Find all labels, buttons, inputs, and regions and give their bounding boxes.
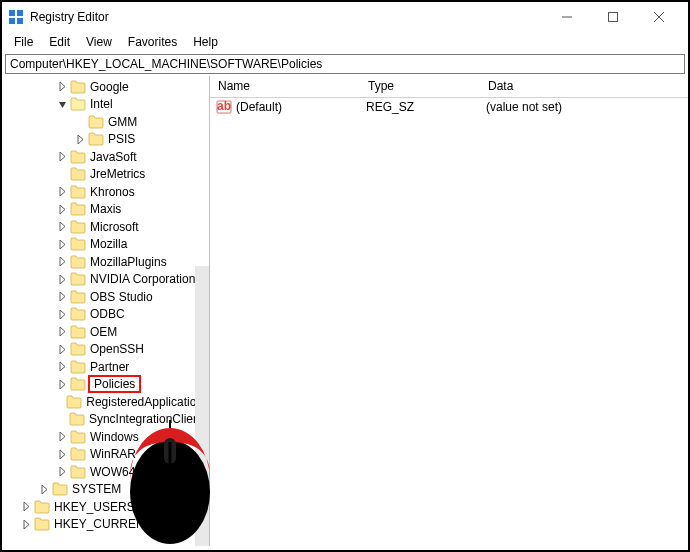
folder-icon <box>34 500 50 514</box>
tree-item[interactable]: HKEY_CURRENT_CONFIG <box>2 516 209 534</box>
value-name: (Default) <box>236 100 282 114</box>
folder-icon <box>70 430 86 444</box>
menu-edit[interactable]: Edit <box>41 33 78 51</box>
menu-help[interactable]: Help <box>185 33 226 51</box>
tree-item[interactable]: Microsoft <box>2 218 209 236</box>
tree-item[interactable]: HKEY_USERS <box>2 498 209 516</box>
tree-item[interactable]: Google <box>2 78 209 96</box>
tree-item[interactable]: OBS Studio <box>2 288 209 306</box>
chevron-right-icon[interactable] <box>56 186 68 198</box>
tree-item[interactable]: Policies <box>2 376 209 394</box>
tree-item[interactable]: MozillaPlugins <box>2 253 209 271</box>
tree-item[interactable]: GMM <box>2 113 209 131</box>
tree-item[interactable]: OEM <box>2 323 209 341</box>
list-header: Name Type Data <box>210 76 688 98</box>
tree-item[interactable]: PSIS <box>2 131 209 149</box>
folder-icon <box>70 342 86 356</box>
menu-view[interactable]: View <box>78 33 120 51</box>
svg-rect-3 <box>17 18 23 24</box>
chevron-right-icon[interactable] <box>56 343 68 355</box>
chevron-right-icon[interactable] <box>74 133 86 145</box>
tree-item[interactable]: OpenSSH <box>2 341 209 359</box>
folder-icon <box>52 482 68 496</box>
chevron-right-icon[interactable] <box>56 326 68 338</box>
expander-spacer <box>56 168 68 180</box>
close-button[interactable] <box>636 2 682 32</box>
chevron-right-icon[interactable] <box>56 448 68 460</box>
col-header-type[interactable]: Type <box>360 76 480 97</box>
tree-item[interactable]: Intel <box>2 96 209 114</box>
col-header-data[interactable]: Data <box>480 76 688 97</box>
tree-item-label: HKEY_USERS <box>54 500 135 514</box>
chevron-right-icon[interactable] <box>56 361 68 373</box>
chevron-right-icon[interactable] <box>56 308 68 320</box>
address-bar[interactable]: Computer\HKEY_LOCAL_MACHINE\SOFTWARE\Pol… <box>5 54 685 74</box>
tree-item[interactable]: SYSTEM <box>2 481 209 499</box>
chevron-right-icon[interactable] <box>20 518 32 530</box>
string-value-icon: ab <box>216 99 232 115</box>
tree-item[interactable]: NVIDIA Corporation <box>2 271 209 289</box>
tree-item-label: Microsoft <box>90 220 139 234</box>
chevron-right-icon[interactable] <box>56 466 68 478</box>
tree-item-label: WinRAR <box>90 447 136 461</box>
main-panes: GoogleIntelGMMPSISJavaSoftJreMetricsKhro… <box>2 76 688 546</box>
value-data: (value not set) <box>486 100 688 114</box>
menu-file[interactable]: File <box>6 33 41 51</box>
tree-item-label: Partner <box>90 360 129 374</box>
tree-item-label: Mozilla <box>90 237 127 251</box>
menubar: File Edit View Favorites Help <box>2 32 688 52</box>
folder-icon <box>70 465 86 479</box>
menu-favorites[interactable]: Favorites <box>120 33 185 51</box>
folder-icon <box>70 97 86 111</box>
tree-item[interactable]: JavaSoft <box>2 148 209 166</box>
folder-icon <box>70 237 86 251</box>
minimize-button[interactable] <box>544 2 590 32</box>
chevron-right-icon[interactable] <box>56 291 68 303</box>
list-pane[interactable]: Name Type Data ab(Default)REG_SZ(value n… <box>210 76 688 546</box>
svg-text:ab: ab <box>217 99 231 113</box>
tree-item[interactable]: RegisteredApplications <box>2 393 209 411</box>
chevron-right-icon[interactable] <box>56 431 68 443</box>
tree-item[interactable]: Maxis <box>2 201 209 219</box>
folder-icon <box>70 80 86 94</box>
folder-icon <box>70 150 86 164</box>
folder-icon <box>70 377 86 391</box>
folder-icon <box>70 360 86 374</box>
tree-item[interactable]: Khronos <box>2 183 209 201</box>
chevron-right-icon[interactable] <box>56 221 68 233</box>
chevron-right-icon[interactable] <box>56 203 68 215</box>
tree-item[interactable]: Windows <box>2 428 209 446</box>
col-header-name[interactable]: Name <box>210 76 360 97</box>
tree-item-label: SyncIntegrationClients <box>89 412 209 426</box>
svg-rect-0 <box>9 10 15 16</box>
tree-item[interactable]: Mozilla <box>2 236 209 254</box>
chevron-right-icon[interactable] <box>56 81 68 93</box>
app-icon <box>8 9 24 25</box>
list-row[interactable]: ab(Default)REG_SZ(value not set) <box>210 98 688 116</box>
chevron-right-icon[interactable] <box>56 256 68 268</box>
chevron-right-icon[interactable] <box>38 483 50 495</box>
folder-icon <box>70 167 86 181</box>
folder-icon <box>88 115 104 129</box>
tree-item-label: OEM <box>90 325 117 339</box>
tree-pane[interactable]: GoogleIntelGMMPSISJavaSoftJreMetricsKhro… <box>2 76 210 546</box>
tree-item[interactable]: WOW6432Node <box>2 463 209 481</box>
tree-item[interactable]: Partner <box>2 358 209 376</box>
tree-item-label: Policies <box>88 375 141 393</box>
chevron-right-icon[interactable] <box>56 151 68 163</box>
tree-item[interactable]: JreMetrics <box>2 166 209 184</box>
tree-item[interactable]: SyncIntegrationClients <box>2 411 209 429</box>
tree-item-label: Windows <box>90 430 139 444</box>
tree-item-label: Intel <box>90 97 113 111</box>
chevron-right-icon[interactable] <box>56 378 68 390</box>
chevron-right-icon[interactable] <box>56 273 68 285</box>
tree-scrollbar[interactable] <box>195 266 209 546</box>
tree-item-label: MozillaPlugins <box>90 255 167 269</box>
chevron-right-icon[interactable] <box>20 501 32 513</box>
tree-item-label: OBS Studio <box>90 290 153 304</box>
tree-item[interactable]: ODBC <box>2 306 209 324</box>
chevron-down-icon[interactable] <box>56 98 68 110</box>
tree-item[interactable]: WinRAR <box>2 446 209 464</box>
chevron-right-icon[interactable] <box>56 238 68 250</box>
maximize-button[interactable] <box>590 2 636 32</box>
